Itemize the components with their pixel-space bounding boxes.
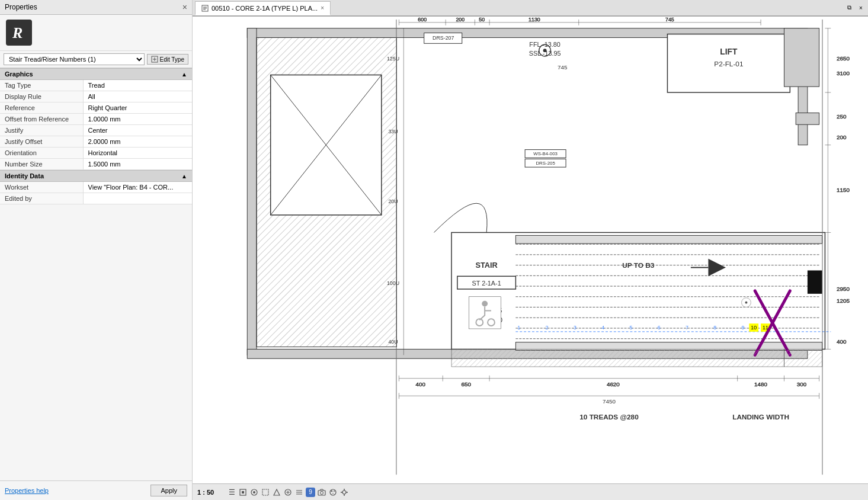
property-value[interactable] [83,193,192,204]
svg-text:DRS-207: DRS-207 [433,35,454,41]
properties-help-link[interactable]: Properties help [5,487,49,494]
svg-point-143 [331,490,332,491]
camera-icon[interactable] [317,488,326,497]
property-value[interactable]: Tread [83,80,192,91]
property-value[interactable]: 1.0000 mm [83,114,192,125]
svg-text:200: 200 [456,17,465,23]
svg-rect-129 [242,491,244,493]
svg-text:1205: 1205 [837,297,850,304]
table-row: JustifyCenter [0,125,192,136]
tread-count-text: 10 TREADS @280 [579,413,639,421]
graphics-section-header[interactable]: Graphics ▲ [0,68,192,80]
panel-close-button[interactable]: × [182,2,187,12]
svg-text:2650: 2650 [837,55,850,62]
panel-title: Properties [5,3,37,11]
svg-rect-132 [262,489,268,495]
svg-text:600: 600 [418,17,427,23]
table-row: WorksetView "Floor Plan: B4 - COR... [0,182,192,193]
category-icon[interactable] [294,488,304,497]
svg-text:9: 9 [742,325,745,331]
svg-text:1130: 1130 [529,17,540,23]
svg-text:2: 2 [546,325,549,331]
svg-text:10: 10 [751,325,757,331]
svg-point-144 [334,490,335,491]
property-value[interactable]: 1.5000 mm [83,159,192,170]
window-close-button[interactable]: × [856,3,866,12]
property-key: Display Rule [0,91,83,102]
svg-rect-121 [396,20,396,475]
property-value[interactable]: 2.0000 mm [83,136,192,148]
edit-type-button[interactable]: Edit Type [147,54,188,65]
snap-icon[interactable] [238,488,248,497]
svg-rect-127 [451,349,784,367]
svg-point-118 [482,301,488,307]
svg-rect-122 [822,20,823,475]
property-key: Tag Type [0,80,83,91]
svg-text:300: 300 [797,381,807,387]
svg-text:7: 7 [686,325,688,331]
bottom-toolbar: ☰ 9 [227,488,349,497]
element-selector-bar[interactable]: Stair Tread/Riser Numbers (1) Edit Type [0,51,192,68]
svg-rect-124 [784,28,819,87]
apply-button[interactable]: Apply [150,485,187,496]
tab-close-button[interactable]: × [321,5,324,11]
settings-icon[interactable] [339,488,349,497]
table-row: Offset from Reference1.0000 mm [0,114,192,125]
revit-logo-area: R [0,15,192,51]
svg-text:100U: 100U [387,280,399,286]
svg-text:3: 3 [574,325,576,331]
svg-point-106 [543,49,547,52]
property-key: Number Size [0,159,83,170]
svg-text:650: 650 [461,381,471,387]
svg-rect-32 [515,235,822,243]
tab-drawing[interactable]: 00510 - CORE 2-1A (TYPE L) PLA... × [195,1,331,15]
property-value[interactable]: Center [83,125,192,136]
table-row: Number Size1.5000 mm [0,159,192,170]
property-key: Workset [0,182,83,193]
palette-icon[interactable] [328,488,338,497]
svg-point-131 [253,491,255,493]
tab-label: 00510 - CORE 2-1A (TYPE L) PLA... [212,5,318,12]
svg-text:1: 1 [517,325,520,331]
svg-text:125U: 125U [387,56,399,62]
svg-text:745: 745 [665,17,674,23]
svg-text:400: 400 [416,381,426,387]
svg-text:8: 8 [713,325,716,331]
svg-text:250: 250 [837,113,847,120]
element-icon[interactable] [283,488,293,497]
graphics-section-label: Graphics [5,70,33,78]
stair-id-text: ST 2-1A-1 [472,280,501,287]
property-value[interactable]: View "Floor Plan: B4 - COR... [83,182,192,193]
right-area: 00510 - CORE 2-1A (TYPE L) PLA... × ⧉ × [193,0,868,500]
graphics-section-arrow: ▲ [181,71,187,78]
property-value[interactable]: All [83,91,192,102]
svg-text:5: 5 [629,325,632,331]
svg-text:400: 400 [837,338,847,345]
property-key: Offset from Reference [0,114,83,125]
window-restore-button[interactable]: ⧉ [844,3,854,12]
crop-icon[interactable] [261,488,270,497]
edit-icon [151,56,158,63]
render-icon[interactable] [272,488,281,497]
svg-marker-133 [274,489,280,495]
property-value[interactable]: Horizontal [83,148,192,159]
bottom-bar: 1 : 50 ☰ 9 [193,483,868,500]
view-icon[interactable] [249,488,259,497]
drawing-area[interactable]: LIFT P2-FL-01 STAIR [193,17,868,483]
identity-section-header[interactable]: Identity Data ▲ [0,170,192,182]
property-key: Reference [0,102,83,114]
identity-section-arrow: ▲ [181,173,187,180]
table-row: Display RuleAll [0,91,192,102]
dim-7450: 7450 [603,398,616,405]
grid-icon[interactable]: ☰ [227,488,236,497]
element-type-dropdown[interactable]: Stair Tread/Riser Numbers (1) [4,53,145,65]
stair-label-text: STAIR [475,261,497,270]
property-key: Justify Offset [0,136,83,148]
svg-text:1150: 1150 [837,187,850,193]
landing-width-text: LANDING WIDTH [732,413,789,421]
property-value[interactable]: Right Quarter [83,102,192,114]
svg-text:DRS-205: DRS-205 [536,161,555,166]
panel-footer: Properties help Apply [0,480,192,500]
svg-rect-123 [808,270,822,293]
svg-text:6: 6 [658,325,661,331]
